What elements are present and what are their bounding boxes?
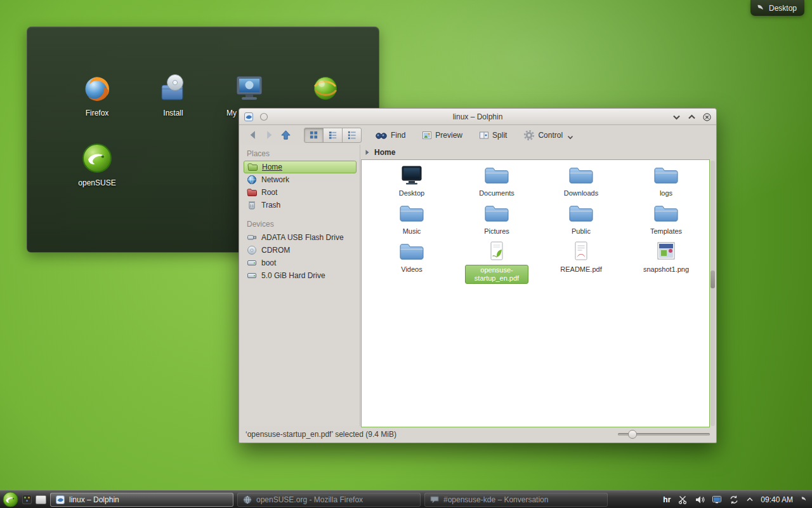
desktop-icon-opensuse[interactable]: openSUSE: [67, 143, 128, 187]
my-computer-icon: [234, 73, 265, 104]
split-icon: [479, 130, 489, 140]
hard-drive-icon: [247, 271, 257, 281]
file-item-desktop[interactable]: Desktop: [374, 165, 450, 198]
file-item-logs[interactable]: logs: [628, 165, 704, 198]
file-item-documents[interactable]: Documents: [459, 165, 535, 198]
file-item-opensuse-startup-pdf[interactable]: opensuse-startup_en.pdf: [459, 241, 535, 284]
file-item-readme-pdf[interactable]: README.pdf: [543, 241, 619, 274]
view-mode-group: [304, 128, 362, 143]
breadcrumb-home[interactable]: Home: [374, 148, 395, 157]
network-globe-icon: [247, 175, 257, 185]
close-icon: [703, 113, 711, 121]
device-notifier-icon[interactable]: [22, 495, 32, 504]
compact-view-button[interactable]: [323, 128, 343, 143]
minimize-button[interactable]: [672, 112, 681, 122]
breadcrumb-arrow-icon: [365, 149, 370, 156]
root-folder-icon: [247, 187, 257, 197]
zoom-slider[interactable]: [618, 430, 710, 439]
desktop-folder-icon: [399, 165, 424, 185]
opensuse-icon: [82, 143, 112, 173]
home-folder-icon: [247, 162, 258, 172]
details-view-button[interactable]: [342, 128, 362, 143]
forward-icon: [263, 129, 275, 141]
cashew-icon: [756, 4, 764, 13]
opensuse-logo-icon: [3, 491, 18, 507]
sidebar-item-usb-drive[interactable]: ADATA USB Flash Drive: [244, 231, 357, 244]
klipper-scissors-icon[interactable]: [678, 495, 688, 505]
file-item-videos[interactable]: Videos: [374, 241, 450, 274]
panel-cashew-icon[interactable]: [800, 496, 807, 503]
control-button[interactable]: Control: [520, 128, 577, 142]
file-item-music[interactable]: Music: [374, 203, 450, 236]
breadcrumb: Home: [361, 145, 710, 159]
keyboard-layout-indicator[interactable]: hr: [663, 495, 671, 504]
tray-expand-icon[interactable]: [746, 497, 754, 502]
sidebar-item-root[interactable]: Root: [244, 186, 357, 199]
file-item-downloads[interactable]: Downloads: [543, 165, 619, 198]
desktop-icon-firefox[interactable]: Firefox: [67, 73, 128, 117]
sidebar-item-boot[interactable]: boot: [244, 257, 357, 269]
sidebar-item-network[interactable]: Network: [244, 173, 357, 186]
konversation-task-icon: [429, 495, 440, 505]
folder-icon: [484, 203, 509, 224]
folder-icon: [653, 203, 679, 224]
sidebar-item-home[interactable]: Home: [244, 161, 357, 173]
file-item-snapshot-png[interactable]: snapshot1.png: [628, 241, 704, 274]
file-item-pictures[interactable]: Pictures: [459, 203, 535, 236]
title-bar[interactable]: linux – Dolphin: [239, 109, 716, 125]
task-dolphin[interactable]: linux – Dolphin: [50, 493, 233, 507]
display-icon[interactable]: [712, 495, 722, 505]
install-icon: [158, 73, 188, 104]
preview-icon: [422, 130, 432, 140]
boot-drive-icon: [247, 258, 257, 268]
compact-view-icon: [328, 130, 337, 140]
trash-icon: [247, 200, 257, 210]
maximize-button[interactable]: [687, 112, 697, 122]
file-view[interactable]: Desktop Documents Downloads logs Music P…: [361, 159, 710, 427]
desktop-icon-label: Firefox: [67, 109, 128, 117]
back-icon: [247, 129, 259, 141]
sidebar-item-trash[interactable]: Trash: [244, 199, 357, 211]
pdf-file-icon: [484, 241, 509, 262]
vertical-scrollbar[interactable]: [710, 161, 715, 426]
find-button[interactable]: Find: [372, 129, 409, 142]
firefox-icon: [82, 73, 112, 104]
folder-icon: [399, 241, 424, 262]
file-item-public[interactable]: Public: [543, 203, 619, 236]
clock[interactable]: 09:40 AM: [761, 495, 793, 504]
desktop: Desktop Firefox Install My Computer Onli…: [0, 0, 812, 508]
back-button[interactable]: [244, 128, 261, 143]
up-button[interactable]: [277, 128, 294, 143]
desktop-icon-install[interactable]: Install: [143, 73, 204, 117]
sidebar-item-cdrom[interactable]: CDROM: [244, 244, 357, 257]
desktop-toolbox[interactable]: Desktop: [750, 0, 804, 16]
system-tray: hr 09:40 AM: [663, 495, 809, 505]
desktop-icon-label: Install: [143, 109, 204, 117]
online-help-icon: [310, 73, 341, 104]
volume-icon[interactable]: [695, 495, 705, 505]
close-button[interactable]: [702, 112, 712, 122]
show-desktop-button[interactable]: [36, 495, 46, 504]
forward-button[interactable]: [261, 128, 277, 143]
icons-view-icon: [309, 130, 318, 140]
scrollbar-handle[interactable]: [710, 271, 715, 288]
preview-button[interactable]: Preview: [419, 129, 466, 142]
kickoff-menu-button[interactable]: [3, 491, 18, 507]
toolbar: Find Preview Split Control: [239, 125, 716, 145]
dolphin-window: linux – Dolphin Find Preview: [239, 108, 717, 443]
places-panel: Places Home Network Root Trash Devices A…: [240, 145, 360, 426]
file-item-templates[interactable]: Templates: [628, 203, 704, 236]
network-icon[interactable]: [729, 495, 739, 505]
zoom-slider-handle[interactable]: [628, 430, 637, 439]
task-firefox[interactable]: openSUSE.org - Mozilla Firefox: [237, 493, 421, 507]
firefox-task-icon: [242, 495, 252, 505]
maximize-icon: [688, 113, 696, 121]
sidebar-item-hard-drive[interactable]: 5.0 GiB Hard Drive: [244, 269, 357, 282]
folder-icon: [653, 165, 679, 185]
up-icon: [280, 129, 292, 141]
folder-icon: [399, 203, 424, 224]
split-button[interactable]: Split: [476, 129, 510, 142]
window-title: linux – Dolphin: [239, 109, 716, 125]
icons-view-button[interactable]: [304, 128, 324, 143]
task-konversation[interactable]: #opensuse-kde – Konversation: [424, 493, 608, 507]
